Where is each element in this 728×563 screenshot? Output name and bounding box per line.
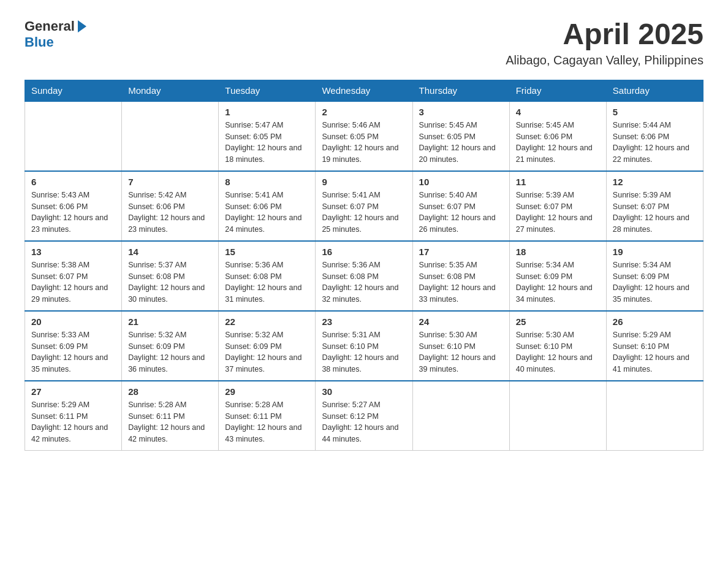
cell-date-number: 7	[128, 177, 212, 187]
calendar-cell: 18Sunrise: 5:34 AMSunset: 6:09 PMDayligh…	[509, 241, 606, 311]
logo-general-text: General	[25, 18, 75, 34]
calendar-cell: 29Sunrise: 5:28 AMSunset: 6:11 PMDayligh…	[219, 381, 316, 451]
cell-sun-info: Sunrise: 5:34 AMSunset: 6:09 PMDaylight:…	[613, 259, 697, 305]
logo-icon	[76, 20, 86, 33]
calendar-week-row: 6Sunrise: 5:43 AMSunset: 6:06 PMDaylight…	[25, 171, 703, 241]
cell-date-number: 11	[516, 177, 600, 187]
calendar-cell: 3Sunrise: 5:45 AMSunset: 6:05 PMDaylight…	[412, 101, 509, 171]
logo: General Blue	[25, 18, 86, 50]
cell-date-number: 19	[613, 247, 697, 257]
calendar-cell: 5Sunrise: 5:44 AMSunset: 6:06 PMDaylight…	[606, 101, 703, 171]
calendar-cell: 4Sunrise: 5:45 AMSunset: 6:06 PMDaylight…	[509, 101, 606, 171]
calendar-week-row: 20Sunrise: 5:33 AMSunset: 6:09 PMDayligh…	[25, 311, 703, 381]
weekday-header: Wednesday	[316, 80, 412, 101]
calendar-cell: 26Sunrise: 5:29 AMSunset: 6:10 PMDayligh…	[606, 311, 703, 381]
calendar-subtitle: Alibago, Cagayan Valley, Philippines	[506, 53, 703, 67]
cell-date-number: 25	[516, 316, 600, 327]
cell-sun-info: Sunrise: 5:42 AMSunset: 6:06 PMDaylight:…	[128, 190, 212, 236]
cell-date-number: 29	[225, 386, 309, 397]
cell-date-number: 9	[322, 177, 406, 187]
weekday-header: Saturday	[606, 80, 703, 101]
calendar-cell	[412, 381, 509, 451]
calendar-cell: 28Sunrise: 5:28 AMSunset: 6:11 PMDayligh…	[122, 381, 219, 451]
cell-sun-info: Sunrise: 5:45 AMSunset: 6:05 PMDaylight:…	[419, 120, 503, 166]
cell-sun-info: Sunrise: 5:43 AMSunset: 6:06 PMDaylight:…	[31, 190, 115, 236]
cell-sun-info: Sunrise: 5:41 AMSunset: 6:06 PMDaylight:…	[225, 190, 309, 236]
cell-sun-info: Sunrise: 5:38 AMSunset: 6:07 PMDaylight:…	[31, 259, 115, 305]
calendar-cell: 22Sunrise: 5:32 AMSunset: 6:09 PMDayligh…	[219, 311, 316, 381]
cell-sun-info: Sunrise: 5:36 AMSunset: 6:08 PMDaylight:…	[225, 259, 309, 305]
cell-sun-info: Sunrise: 5:31 AMSunset: 6:10 PMDaylight:…	[322, 329, 406, 375]
cell-date-number: 2	[322, 107, 406, 117]
calendar-cell: 16Sunrise: 5:36 AMSunset: 6:08 PMDayligh…	[316, 241, 412, 311]
cell-sun-info: Sunrise: 5:30 AMSunset: 6:10 PMDaylight:…	[419, 329, 503, 375]
calendar-cell: 13Sunrise: 5:38 AMSunset: 6:07 PMDayligh…	[25, 241, 122, 311]
cell-date-number: 16	[322, 247, 406, 257]
calendar-cell: 24Sunrise: 5:30 AMSunset: 6:10 PMDayligh…	[412, 311, 509, 381]
cell-sun-info: Sunrise: 5:41 AMSunset: 6:07 PMDaylight:…	[322, 190, 406, 236]
calendar-week-row: 13Sunrise: 5:38 AMSunset: 6:07 PMDayligh…	[25, 241, 703, 311]
calendar-title: April 2025	[506, 18, 703, 51]
calendar-table: SundayMondayTuesdayWednesdayThursdayFrid…	[25, 80, 703, 451]
calendar-cell: 21Sunrise: 5:32 AMSunset: 6:09 PMDayligh…	[122, 311, 219, 381]
weekday-header: Monday	[122, 80, 219, 101]
calendar-week-row: 1Sunrise: 5:47 AMSunset: 6:05 PMDaylight…	[25, 101, 703, 171]
calendar-cell	[25, 101, 122, 171]
cell-date-number: 27	[31, 386, 115, 397]
calendar-header-row: SundayMondayTuesdayWednesdayThursdayFrid…	[25, 80, 703, 101]
weekday-header: Friday	[509, 80, 606, 101]
cell-date-number: 14	[128, 247, 212, 257]
calendar-cell: 2Sunrise: 5:46 AMSunset: 6:05 PMDaylight…	[316, 101, 412, 171]
calendar-cell: 9Sunrise: 5:41 AMSunset: 6:07 PMDaylight…	[316, 171, 412, 241]
cell-date-number: 12	[613, 177, 697, 187]
calendar-cell: 20Sunrise: 5:33 AMSunset: 6:09 PMDayligh…	[25, 311, 122, 381]
calendar-cell: 25Sunrise: 5:30 AMSunset: 6:10 PMDayligh…	[509, 311, 606, 381]
cell-date-number: 4	[516, 107, 600, 117]
cell-sun-info: Sunrise: 5:28 AMSunset: 6:11 PMDaylight:…	[225, 399, 309, 445]
cell-date-number: 15	[225, 247, 309, 257]
cell-date-number: 17	[419, 247, 503, 257]
cell-date-number: 8	[225, 177, 309, 187]
cell-sun-info: Sunrise: 5:46 AMSunset: 6:05 PMDaylight:…	[322, 120, 406, 166]
cell-sun-info: Sunrise: 5:35 AMSunset: 6:08 PMDaylight:…	[419, 259, 503, 305]
calendar-cell: 8Sunrise: 5:41 AMSunset: 6:06 PMDaylight…	[219, 171, 316, 241]
cell-date-number: 13	[31, 247, 115, 257]
weekday-header: Sunday	[25, 80, 122, 101]
weekday-header: Thursday	[412, 80, 509, 101]
cell-sun-info: Sunrise: 5:45 AMSunset: 6:06 PMDaylight:…	[516, 120, 600, 166]
cell-date-number: 28	[128, 386, 212, 397]
page-header: General Blue April 2025 Alibago, Cagayan…	[25, 18, 703, 67]
calendar-cell: 14Sunrise: 5:37 AMSunset: 6:08 PMDayligh…	[122, 241, 219, 311]
calendar-cell	[122, 101, 219, 171]
calendar-cell	[509, 381, 606, 451]
cell-sun-info: Sunrise: 5:32 AMSunset: 6:09 PMDaylight:…	[128, 329, 212, 375]
cell-date-number: 6	[31, 177, 115, 187]
cell-date-number: 26	[613, 316, 697, 327]
cell-sun-info: Sunrise: 5:30 AMSunset: 6:10 PMDaylight:…	[516, 329, 600, 375]
calendar-cell: 17Sunrise: 5:35 AMSunset: 6:08 PMDayligh…	[412, 241, 509, 311]
cell-sun-info: Sunrise: 5:47 AMSunset: 6:05 PMDaylight:…	[225, 120, 309, 166]
calendar-cell: 10Sunrise: 5:40 AMSunset: 6:07 PMDayligh…	[412, 171, 509, 241]
cell-sun-info: Sunrise: 5:27 AMSunset: 6:12 PMDaylight:…	[322, 399, 406, 445]
calendar-cell: 1Sunrise: 5:47 AMSunset: 6:05 PMDaylight…	[219, 101, 316, 171]
cell-sun-info: Sunrise: 5:36 AMSunset: 6:08 PMDaylight:…	[322, 259, 406, 305]
calendar-cell: 19Sunrise: 5:34 AMSunset: 6:09 PMDayligh…	[606, 241, 703, 311]
cell-sun-info: Sunrise: 5:40 AMSunset: 6:07 PMDaylight:…	[419, 190, 503, 236]
calendar-cell: 23Sunrise: 5:31 AMSunset: 6:10 PMDayligh…	[316, 311, 412, 381]
cell-date-number: 18	[516, 247, 600, 257]
calendar-cell: 11Sunrise: 5:39 AMSunset: 6:07 PMDayligh…	[509, 171, 606, 241]
calendar-cell: 12Sunrise: 5:39 AMSunset: 6:07 PMDayligh…	[606, 171, 703, 241]
cell-sun-info: Sunrise: 5:33 AMSunset: 6:09 PMDaylight:…	[31, 329, 115, 375]
cell-date-number: 3	[419, 107, 503, 117]
cell-date-number: 30	[322, 386, 406, 397]
calendar-cell: 6Sunrise: 5:43 AMSunset: 6:06 PMDaylight…	[25, 171, 122, 241]
cell-sun-info: Sunrise: 5:39 AMSunset: 6:07 PMDaylight:…	[613, 190, 697, 236]
cell-date-number: 20	[31, 316, 115, 327]
cell-sun-info: Sunrise: 5:39 AMSunset: 6:07 PMDaylight:…	[516, 190, 600, 236]
calendar-cell	[606, 381, 703, 451]
title-block: April 2025 Alibago, Cagayan Valley, Phil…	[506, 18, 703, 67]
calendar-cell: 15Sunrise: 5:36 AMSunset: 6:08 PMDayligh…	[219, 241, 316, 311]
cell-sun-info: Sunrise: 5:29 AMSunset: 6:10 PMDaylight:…	[613, 329, 697, 375]
cell-sun-info: Sunrise: 5:32 AMSunset: 6:09 PMDaylight:…	[225, 329, 309, 375]
cell-date-number: 23	[322, 316, 406, 327]
